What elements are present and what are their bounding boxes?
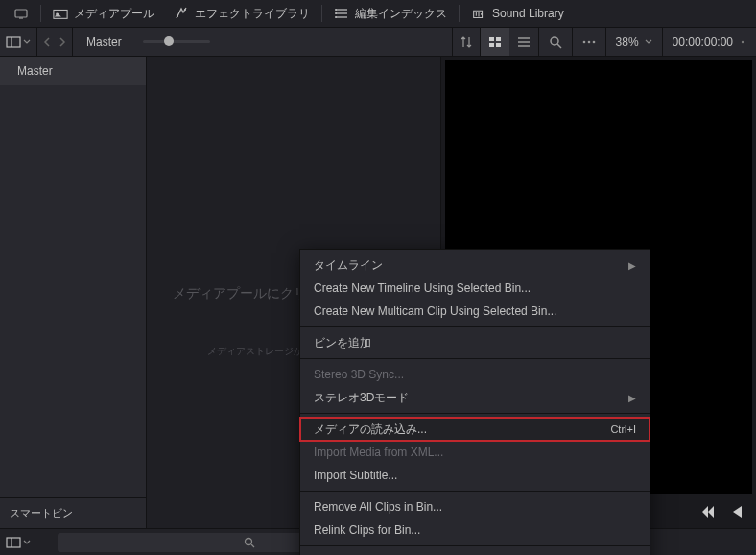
zoom-value: 38% [616, 36, 639, 49]
media-pool-tab[interactable]: メディアプール [43, 0, 164, 27]
menu-item-stereo3d-mode[interactable]: ステレオ3Dモード ▶ [300, 386, 650, 409]
menu-label: ビンを追加 [314, 335, 371, 351]
sort-button[interactable] [452, 28, 481, 56]
menu-item-add-bin[interactable]: ビンを追加 [300, 331, 650, 354]
svg-rect-2 [54, 10, 67, 18]
sound-library-label: Sound Library [492, 7, 564, 20]
svg-line-22 [557, 44, 561, 48]
menu-item-import-media[interactable]: メディアの読み込み... Ctrl+I [300, 418, 650, 441]
menu-shortcut: Ctrl+I [610, 423, 636, 435]
divider [40, 5, 41, 22]
effects-library-label: エフェクトライブラリ [195, 6, 310, 22]
menu-label: タイムライン [314, 257, 383, 274]
chevron-right-icon: ▶ [628, 393, 636, 403]
zoom-dropdown[interactable]: 38% [606, 28, 663, 56]
edit-index-label: 編集インデックス [355, 6, 447, 22]
menu-label: ステレオ3Dモード [314, 390, 409, 406]
menu-label: Import Subtitle... [314, 469, 397, 482]
list-view-button[interactable] [509, 28, 538, 56]
menu-item-timeline[interactable]: タイムライン ▶ [300, 253, 650, 277]
play-reverse-button[interactable] [731, 505, 743, 519]
svg-rect-17 [496, 43, 501, 47]
menu-label: Import Media from XML... [314, 446, 443, 459]
menu-item-relink-clips[interactable]: Relink Clips for Bin... [300, 519, 650, 542]
sound-library-tab[interactable]: Sound Library [461, 0, 574, 27]
smart-bin-header[interactable]: スマートビン [0, 497, 146, 528]
top-toolbar: メディアプール エフェクトライブラリ 編集インデックス Sound Librar… [0, 0, 756, 28]
menu-separator [300, 413, 650, 414]
nav-forward-button[interactable] [59, 37, 66, 47]
menu-label: Stereo 3D Sync... [314, 368, 404, 381]
menu-item-import-xml[interactable]: Import Media from XML... [300, 441, 650, 464]
thumbnail-size-slider[interactable] [143, 40, 210, 43]
menu-item-create-timeline[interactable]: Create New Timeline Using Selected Bin..… [300, 277, 650, 300]
media-pool-label: メディアプール [74, 6, 154, 22]
svg-line-30 [251, 544, 254, 547]
timecode-options-icon[interactable] [739, 38, 746, 46]
search-button[interactable] [539, 28, 573, 56]
edit-index-icon [334, 6, 349, 21]
svg-point-26 [742, 40, 744, 42]
effects-library-tab[interactable]: エフェクトライブラリ [164, 0, 319, 27]
chevron-down-icon [23, 540, 31, 545]
bottom-panel-toggle[interactable] [6, 537, 31, 548]
chevron-right-icon: ▶ [628, 260, 636, 271]
go-to-start-button[interactable] [698, 505, 714, 519]
svg-rect-27 [7, 538, 20, 547]
svg-point-10 [335, 12, 337, 14]
chevron-down-icon [23, 39, 31, 45]
svg-point-24 [587, 40, 590, 43]
svg-point-23 [582, 40, 585, 43]
svg-point-29 [246, 538, 252, 544]
chevron-down-icon [645, 39, 652, 45]
menu-item-autosync-audio[interactable]: Auto-sync Audio ▶ [300, 550, 650, 555]
menu-separator [300, 358, 650, 359]
svg-rect-14 [489, 37, 494, 41]
panel-toggle-button[interactable] [0, 28, 37, 56]
thumbnail-view-button[interactable] [481, 28, 509, 56]
menu-item-create-multicam[interactable]: Create New Multicam Clip Using Selected … [300, 300, 650, 323]
search-icon [244, 537, 255, 548]
menu-separator [300, 326, 650, 327]
svg-rect-15 [496, 37, 501, 41]
menu-item-remove-clips[interactable]: Remove All Clips in Bin... [300, 495, 650, 519]
effects-icon [174, 6, 189, 21]
context-menu: タイムライン ▶ Create New Timeline Using Selec… [299, 249, 650, 555]
menu-label: Remove All Clips in Bin... [314, 500, 442, 514]
nav-back-button[interactable] [43, 37, 51, 47]
divider [321, 5, 322, 22]
layout-icon [13, 6, 29, 21]
slider-handle[interactable] [164, 36, 174, 46]
workspace-layout-button[interactable] [4, 0, 38, 27]
more-options-button[interactable] [573, 28, 606, 56]
menu-label: メディアの読み込み... [314, 422, 427, 438]
svg-point-5 [177, 15, 178, 17]
menu-label: Create New Timeline Using Selected Bin..… [314, 281, 531, 295]
timecode-display[interactable]: 00:00:00:00 [673, 36, 733, 49]
svg-rect-16 [489, 43, 494, 47]
menu-separator [300, 545, 650, 546]
svg-point-21 [551, 37, 558, 45]
menu-label: Create New Multicam Clip Using Selected … [314, 304, 556, 318]
media-pool-icon [53, 6, 68, 21]
breadcrumb[interactable]: Master [73, 28, 135, 56]
svg-point-11 [335, 16, 337, 18]
bin-item-master[interactable]: Master [0, 57, 146, 85]
divider [459, 5, 460, 22]
svg-point-4 [184, 9, 186, 11]
second-toolbar: Master 38% 00:00:00:00 [0, 28, 756, 57]
svg-point-25 [592, 40, 595, 43]
sound-library-icon [471, 6, 486, 21]
bin-tree-panel: Master スマートビン [0, 57, 147, 528]
menu-label: Relink Clips for Bin... [314, 523, 420, 537]
menu-item-import-subtitle[interactable]: Import Subtitle... [300, 464, 650, 487]
edit-index-tab[interactable]: 編集インデックス [324, 0, 457, 27]
svg-rect-12 [7, 37, 20, 47]
svg-rect-0 [15, 10, 27, 17]
svg-point-9 [335, 9, 337, 11]
menu-item-stereo3d-sync[interactable]: Stereo 3D Sync... [300, 363, 650, 386]
menu-separator [300, 491, 650, 492]
panel-icon [6, 35, 21, 50]
